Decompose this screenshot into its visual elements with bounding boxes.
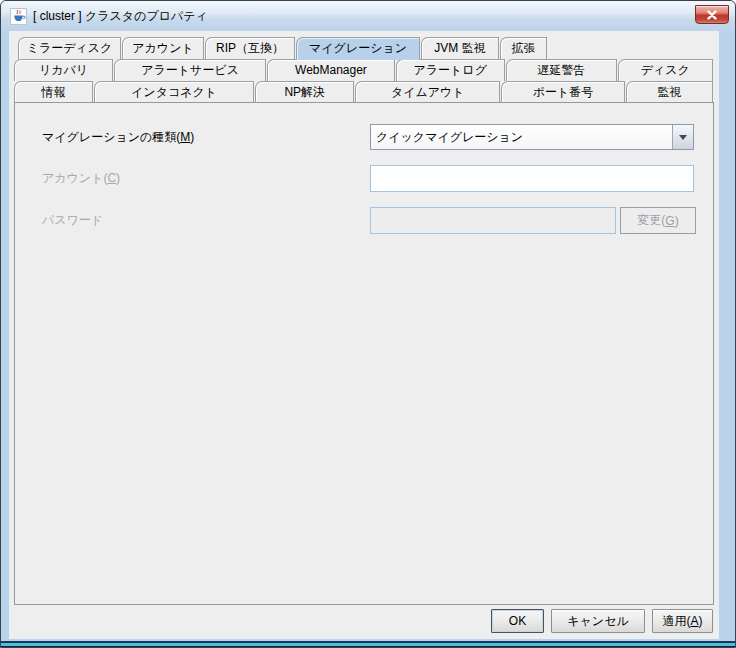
cancel-button[interactable]: キャンセル xyxy=(551,609,645,633)
close-x-icon xyxy=(706,10,718,20)
dialog-content: ミラーディスク アカウント RIP（互換） マイグレーション JVM 監視 拡張… xyxy=(9,31,719,641)
chevron-down-icon xyxy=(679,135,687,144)
password-input xyxy=(370,207,616,234)
tab-migration[interactable]: マイグレーション xyxy=(296,37,420,60)
tab-info[interactable]: 情報 xyxy=(14,81,93,103)
tab-delay-warning[interactable]: 遅延警告 xyxy=(506,59,617,81)
tab-port-number[interactable]: ポート番号 xyxy=(501,81,625,103)
password-row: パスワード 変更(G) xyxy=(42,207,694,234)
account-input[interactable] xyxy=(370,165,694,192)
migration-tab-panel: マイグレーションの種類(M) クイックマイグレーション アカウント(C) パスワ… xyxy=(14,102,714,605)
tab-disk[interactable]: ディスク xyxy=(618,59,713,81)
tab-jvm-monitor[interactable]: JVM 監視 xyxy=(421,37,499,59)
account-row: アカウント(C) xyxy=(42,165,694,192)
title-bar[interactable]: [ cluster ] クラスタのプロパティ xyxy=(1,1,735,31)
close-button[interactable] xyxy=(695,5,729,24)
tab-row-3: 情報 インタコネクト NP解決 タイムアウト ポート番号 監視 xyxy=(14,81,714,103)
tab-webmanager[interactable]: WebManager xyxy=(267,59,394,81)
tab-mirror-disk[interactable]: ミラーディスク xyxy=(18,37,121,59)
account-label: アカウント(C) xyxy=(42,170,370,187)
combo-arrow-button[interactable] xyxy=(672,125,693,149)
tab-monitor[interactable]: 監視 xyxy=(626,81,713,103)
window-bottom-edge xyxy=(1,639,735,647)
migration-type-row: マイグレーションの種類(M) クイックマイグレーション xyxy=(42,124,694,150)
ok-button[interactable]: OK xyxy=(491,609,544,633)
java-icon xyxy=(10,8,27,25)
change-password-button: 変更(G) xyxy=(620,207,696,234)
tab-row-1: ミラーディスク アカウント RIP（互換） マイグレーション JVM 監視 拡張 xyxy=(14,37,714,59)
tab-account[interactable]: アカウント xyxy=(122,37,204,59)
tab-row-2: リカバリ アラートサービス WebManager アラートログ 遅延警告 ディス… xyxy=(14,59,714,81)
apply-button[interactable]: 適用(A) xyxy=(652,609,713,633)
tab-alert-service[interactable]: アラートサービス xyxy=(114,59,266,81)
cluster-properties-dialog: [ cluster ] クラスタのプロパティ ミラーディスク アカウント RIP… xyxy=(0,0,736,648)
tab-alert-log[interactable]: アラートログ xyxy=(396,59,505,81)
migration-type-label: マイグレーションの種類(M) xyxy=(42,129,370,146)
tab-extension[interactable]: 拡張 xyxy=(500,37,547,59)
tab-recovery[interactable]: リカバリ xyxy=(14,59,113,81)
window-title: [ cluster ] クラスタのプロパティ xyxy=(33,8,695,25)
migration-type-value: クイックマイグレーション xyxy=(371,125,672,149)
tab-np-resolution[interactable]: NP解決 xyxy=(255,81,354,103)
tab-rip-compat[interactable]: RIP（互換） xyxy=(205,37,295,59)
dialog-button-bar: OK キャンセル 適用(A) xyxy=(14,605,714,641)
password-label: パスワード xyxy=(42,212,370,229)
password-field-area: 変更(G) xyxy=(370,207,696,234)
migration-type-combobox[interactable]: クイックマイグレーション xyxy=(370,124,694,150)
tab-timeout[interactable]: タイムアウト xyxy=(355,81,500,103)
tab-interconnect[interactable]: インタコネクト xyxy=(94,81,254,103)
